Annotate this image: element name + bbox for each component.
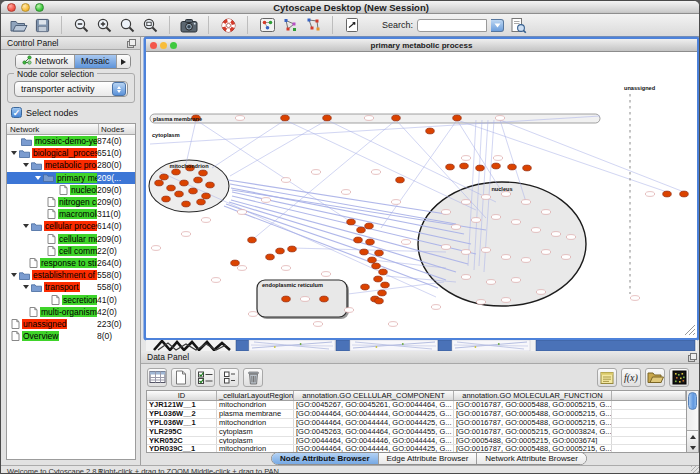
vizmapper-icon[interactable]	[257, 16, 277, 34]
network-node[interactable]	[323, 115, 332, 121]
node-label[interactable]	[461, 156, 470, 161]
node-label[interactable]	[248, 312, 257, 317]
network-node[interactable]	[379, 269, 388, 275]
node-label[interactable]	[211, 278, 220, 283]
node-label[interactable]	[235, 116, 244, 121]
column-header[interactable]: _cellularLayoutRegion	[217, 391, 294, 400]
node-label[interactable]	[364, 116, 373, 121]
node-label[interactable]	[401, 240, 410, 245]
node-label[interactable]	[501, 255, 510, 260]
expand-arrow-icon[interactable]	[11, 151, 17, 155]
network-node[interactable]	[453, 115, 462, 121]
node-label[interactable]	[441, 210, 450, 215]
tree-col-network[interactable]: Network	[7, 124, 99, 134]
network-node[interactable]	[206, 182, 215, 188]
search-config-icon[interactable]	[508, 16, 528, 34]
tree-row[interactable]: multi-organism pro42(0)	[7, 306, 135, 318]
network-node[interactable]	[320, 296, 329, 302]
network-node[interactable]	[266, 254, 275, 260]
network-node[interactable]	[282, 296, 291, 302]
tree-row[interactable]: cell communicat22(0)	[7, 245, 135, 257]
node-label[interactable]	[461, 250, 470, 255]
tree-row[interactable]: establishment of lo558(0)	[7, 269, 135, 281]
node-label[interactable]	[313, 322, 322, 327]
column-header[interactable]: ID	[147, 391, 217, 400]
network-node[interactable]	[446, 164, 455, 170]
node-label[interactable]	[391, 200, 400, 205]
node-label[interactable]	[566, 235, 575, 240]
tree-row[interactable]: cellular metabo209(0)	[7, 233, 135, 245]
network-node[interactable]	[175, 191, 184, 197]
node-label[interactable]	[521, 200, 530, 205]
scrollbar-thumb[interactable]	[688, 392, 697, 410]
node-label[interactable]	[501, 298, 510, 303]
node-label[interactable]	[541, 210, 550, 215]
network-node[interactable]	[199, 170, 208, 176]
select-attributes-icon[interactable]	[195, 368, 215, 387]
resize-grip[interactable]	[691, 466, 700, 474]
scroll-down-icon[interactable]	[687, 442, 698, 453]
table-row[interactable]: YLR295Ccytoplasm[GO:0045263, GO:0044464,…	[147, 428, 686, 437]
new-attribute-icon[interactable]	[171, 368, 191, 387]
node-label[interactable]	[201, 218, 210, 223]
network-node[interactable]	[194, 177, 203, 183]
annotation-icon[interactable]	[342, 16, 362, 34]
node-label[interactable]	[493, 156, 502, 161]
function-builder-icon[interactable]: f(x)	[621, 368, 641, 387]
search-dropdown-icon[interactable]	[491, 19, 504, 32]
node-label[interactable]	[300, 297, 309, 302]
tree-row[interactable]: secretion41(0)	[7, 293, 135, 305]
node-label[interactable]	[341, 190, 350, 195]
node-label[interactable]	[371, 170, 380, 175]
frame-maximize-icon[interactable]	[170, 42, 177, 49]
expand-arrow-icon[interactable]	[35, 176, 41, 180]
network-node[interactable]	[248, 237, 257, 243]
frame-close-icon[interactable]	[150, 42, 157, 49]
node-label[interactable]	[481, 248, 490, 253]
node-label[interactable]	[486, 280, 495, 285]
tree-row[interactable]: Overview8(0)	[7, 330, 135, 342]
node-label[interactable]	[476, 300, 485, 305]
tree-col-nodes[interactable]: Nodes	[99, 124, 135, 134]
scroll-up-icon[interactable]	[687, 431, 698, 442]
network-node[interactable]	[378, 290, 387, 296]
select-nodes-checkbox[interactable]: ✓ Select nodes	[11, 107, 78, 118]
network-node[interactable]	[476, 165, 485, 171]
network-node[interactable]	[663, 191, 672, 197]
node-label[interactable]	[551, 232, 560, 237]
search-input[interactable]	[417, 19, 487, 32]
network-node[interactable]	[508, 164, 517, 170]
network-node[interactable]	[460, 163, 469, 169]
node-label[interactable]	[181, 232, 190, 237]
zoom-selected-icon[interactable]	[140, 16, 160, 34]
tree-row[interactable]: nucleobase-209(0)	[7, 184, 135, 196]
tab-mosaic[interactable]: Mosaic	[75, 55, 117, 68]
network-node[interactable]	[182, 201, 191, 207]
network-node[interactable]	[523, 165, 532, 171]
window-titlebar[interactable]: Cytoscape Desktop (New Session)	[1, 1, 700, 14]
node-color-dropdown[interactable]: transporter activity	[14, 81, 128, 97]
network-canvas[interactable]: plasma membranecytoplasmmitochondrionnuc…	[146, 52, 697, 337]
node-label[interactable]	[451, 225, 460, 230]
network-node[interactable]	[155, 180, 164, 186]
delete-attribute-icon[interactable]	[243, 368, 263, 387]
zoom-out-icon[interactable]	[71, 16, 91, 34]
network-node[interactable]	[392, 115, 401, 121]
layout-network-icon[interactable]	[303, 16, 323, 34]
node-label[interactable]	[481, 195, 490, 200]
node-label[interactable]	[541, 250, 550, 255]
tab-node-attribute-browser[interactable]: Node Attribute Browser	[272, 453, 379, 464]
tree-row[interactable]: nitrogen compo209(0)	[7, 196, 135, 208]
network-node[interactable]	[162, 196, 171, 202]
network-node[interactable]	[281, 115, 290, 121]
tab-overflow-icon[interactable]	[117, 55, 130, 68]
column-header[interactable]: annotation.GO CELLULAR_COMPONENT	[294, 391, 454, 400]
node-label[interactable]	[151, 246, 160, 251]
network-node[interactable]	[189, 188, 198, 194]
network-node[interactable]	[357, 227, 366, 233]
network-node[interactable]	[368, 257, 377, 263]
node-label[interactable]	[531, 228, 540, 233]
node-label[interactable]	[491, 215, 500, 220]
tab-network-attribute-browser[interactable]: Network Attribute Browser	[477, 453, 585, 464]
network-node[interactable]	[396, 177, 405, 183]
